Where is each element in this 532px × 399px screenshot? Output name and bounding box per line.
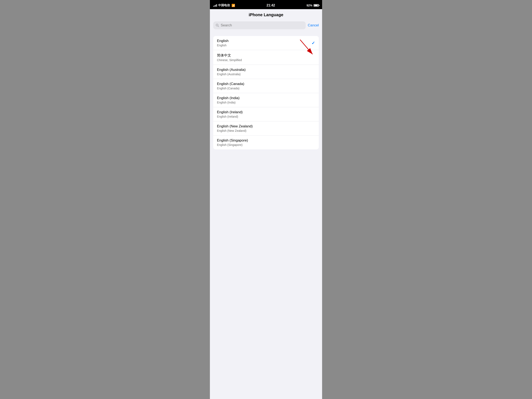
language-name-newzealand: English (New Zealand) (217, 124, 253, 128)
list-wrapper: English English ✓ 简体中文 Chinese, Simplifi… (210, 36, 322, 149)
svg-line-1 (218, 26, 219, 27)
language-native-ireland: English (Ireland) (217, 115, 243, 118)
signal-bar-3 (215, 5, 216, 7)
language-item-chinese[interactable]: 简体中文 Chinese, Simplified (213, 50, 319, 65)
language-item-india[interactable]: English (India) English (India) (213, 93, 319, 107)
page-header: iPhone Language (210, 9, 322, 20)
language-name-singapore: English (Singapore) (217, 138, 248, 143)
signal-bar-1 (213, 6, 214, 7)
language-item-text-ireland: English (Ireland) English (Ireland) (217, 110, 243, 118)
language-item-english[interactable]: English English ✓ (213, 36, 319, 50)
status-left: 中国电信 📶 (213, 4, 235, 7)
battery-icon (314, 4, 319, 7)
language-item-ireland[interactable]: English (Ireland) English (Ireland) (213, 107, 319, 121)
battery-percent: 92% (306, 4, 312, 7)
language-item-text-australia: English (Australia) English (Australia) (217, 68, 246, 76)
language-item-singapore[interactable]: English (Singapore) English (Singapore) (213, 135, 319, 149)
language-native-singapore: English (Singapore) (217, 143, 248, 146)
language-name-india: English (India) (217, 96, 240, 100)
carrier-text: 中国电信 (218, 4, 230, 7)
language-item-text-newzealand: English (New Zealand) English (New Zeala… (217, 124, 253, 132)
status-bar: 中国电信 📶 21:42 92% (210, 0, 322, 9)
language-item-canada[interactable]: English (Canada) English (Canada) (213, 79, 319, 93)
language-item-australia[interactable]: English (Australia) English (Australia) (213, 65, 319, 79)
search-icon (216, 24, 219, 27)
language-name-english: English (217, 39, 228, 43)
language-item-text-india: English (India) English (India) (217, 96, 240, 104)
content-area: iPhone Language Cancel English (210, 9, 322, 399)
signal-bar-4 (216, 4, 217, 7)
search-bar-container: Cancel (210, 20, 322, 31)
search-input[interactable] (221, 23, 303, 27)
battery-shape (314, 4, 319, 7)
status-right: 92% (306, 4, 319, 7)
cancel-button[interactable]: Cancel (308, 23, 319, 27)
language-native-english: English (217, 44, 228, 47)
search-input-wrapper[interactable] (213, 21, 306, 29)
language-item-text-chinese: 简体中文 Chinese, Simplified (217, 53, 242, 62)
language-name-ireland: English (Ireland) (217, 110, 243, 114)
language-native-canada: English (Canada) (217, 87, 244, 90)
language-list: English English ✓ 简体中文 Chinese, Simplifi… (213, 36, 319, 149)
phone-container: 中国电信 📶 21:42 92% iPhone Language (210, 0, 322, 399)
language-item-text-canada: English (Canada) English (Canada) (217, 82, 244, 90)
language-item-newzealand[interactable]: English (New Zealand) English (New Zeala… (213, 121, 319, 135)
language-name-canada: English (Canada) (217, 82, 244, 86)
signal-bars (213, 4, 217, 7)
spacer (210, 31, 322, 36)
page-title: iPhone Language (214, 13, 318, 17)
language-name-chinese: 简体中文 (217, 53, 242, 58)
language-native-chinese: Chinese, Simplified (217, 58, 242, 62)
language-native-australia: English (Australia) (217, 73, 246, 76)
status-time: 21:42 (267, 4, 275, 7)
language-native-newzealand: English (New Zealand) (217, 129, 253, 132)
wifi-icon: 📶 (232, 4, 235, 7)
language-name-australia: English (Australia) (217, 68, 246, 72)
signal-bar-2 (214, 5, 215, 7)
language-item-text-singapore: English (Singapore) English (Singapore) (217, 138, 248, 146)
language-native-india: English (India) (217, 101, 240, 104)
battery-fill (314, 5, 318, 6)
checkmark-icon: ✓ (311, 40, 315, 45)
language-item-text-english: English English (217, 39, 228, 47)
